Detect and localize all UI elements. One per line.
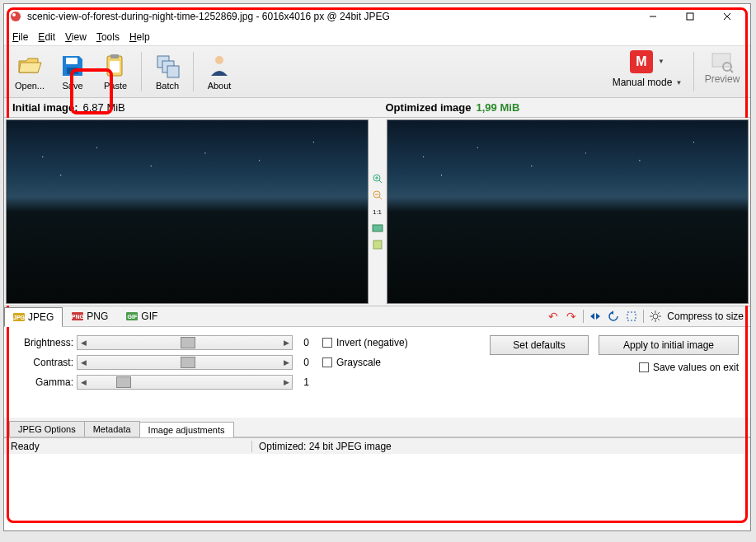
brightness-label: Brightness: <box>12 337 73 348</box>
compress-to-size-button[interactable]: Compress to size <box>667 311 744 322</box>
rotate-left-icon[interactable] <box>607 310 620 323</box>
status-ready: Ready <box>11 441 242 452</box>
initial-label: Initial image: <box>12 101 77 114</box>
statusbar: Ready Optimized: 24 bit JPEG image <box>4 437 750 454</box>
menu-help[interactable]: Help <box>124 30 155 44</box>
tab-metadata[interactable]: Metadata <box>84 421 140 437</box>
checkbox-group: Invert (negative) Grayscale <box>322 335 454 414</box>
invert-label: Invert (negative) <box>336 337 408 348</box>
tab-image-adjustments[interactable]: Image adjustments <box>139 422 234 437</box>
maximize-button[interactable] <box>671 5 708 28</box>
svg-rect-7 <box>67 68 78 74</box>
optimized-label: Optimized image <box>386 101 472 114</box>
svg-rect-6 <box>66 58 77 64</box>
svg-rect-15 <box>712 54 730 67</box>
mode-dropdown[interactable]: M ▼ Manual mode▼ <box>606 49 688 95</box>
app-window: scenic-view-of-forest-during-night-time-… <box>3 3 751 531</box>
svg-rect-3 <box>687 13 693 20</box>
gear-icon[interactable] <box>649 310 662 323</box>
zoom-out-icon[interactable] <box>372 189 383 201</box>
batch-icon <box>154 53 181 79</box>
tab-jpeg-options[interactable]: JPEG Options <box>9 421 85 437</box>
zoom-1to1-button[interactable]: 1:1 <box>372 206 383 217</box>
increase-icon[interactable]: ▶ <box>280 339 292 347</box>
menu-edit[interactable]: Edit <box>33 30 60 44</box>
paste-label: Paste <box>104 81 127 91</box>
tab-png[interactable]: PNGPNG <box>63 306 117 326</box>
flip-h-icon[interactable] <box>589 310 602 323</box>
batch-button[interactable]: Batch <box>147 49 188 95</box>
svg-line-19 <box>379 180 382 183</box>
window-title: scenic-view-of-forest-during-night-time-… <box>27 11 634 22</box>
fit-image-icon[interactable] <box>372 239 383 250</box>
save-button[interactable]: Save <box>52 49 93 95</box>
status-info: Optimized: 24 bit JPEG image <box>251 441 392 452</box>
optimized-header: Optimized image 1,99 MiB <box>378 101 751 114</box>
menu-tools[interactable]: Tools <box>92 30 124 44</box>
set-defaults-button[interactable]: Set defaults <box>490 335 589 355</box>
zoom-in-icon[interactable] <box>372 173 383 185</box>
crop-icon[interactable] <box>625 310 638 323</box>
gamma-value: 1 <box>296 376 309 388</box>
svg-point-14 <box>215 56 223 64</box>
separator <box>643 310 644 323</box>
decrease-icon[interactable]: ◀ <box>77 339 89 347</box>
menu-view[interactable]: View <box>60 30 92 44</box>
image-preview <box>7 120 368 303</box>
tab-jpeg[interactable]: JPGJPEG <box>4 307 63 327</box>
apply-button-group: Set defaults Apply to initial image Save… <box>467 335 742 414</box>
grayscale-checkbox[interactable]: Grayscale <box>322 357 454 368</box>
brightness-slider[interactable]: ◀ ▶ <box>77 335 293 350</box>
decrease-icon[interactable]: ◀ <box>77 358 89 367</box>
save-on-exit-checkbox[interactable]: Save values on exit <box>639 362 739 373</box>
slider-thumb[interactable] <box>116 376 131 388</box>
svg-line-17 <box>730 70 733 72</box>
decrease-icon[interactable]: ◀ <box>77 378 89 386</box>
brightness-value: 0 <box>296 337 309 348</box>
slider-thumb[interactable] <box>181 357 195 368</box>
close-button[interactable] <box>708 5 745 28</box>
size-header-row: Initial image: 6,87 MiB Optimized image … <box>4 98 750 118</box>
gamma-label: Gamma: <box>12 376 73 388</box>
menu-file[interactable]: File <box>7 30 33 44</box>
fit-window-icon[interactable] <box>372 222 383 234</box>
png-tab-label: PNG <box>87 311 108 322</box>
minimize-button[interactable] <box>634 5 671 28</box>
svg-rect-27 <box>627 312 636 320</box>
chevron-down-icon: ▼ <box>675 79 682 86</box>
contrast-value: 0 <box>296 357 309 368</box>
separator <box>583 310 584 323</box>
undo-icon[interactable]: ↶ <box>547 310 560 323</box>
increase-icon[interactable]: ▶ <box>280 378 292 386</box>
png-icon: PNG <box>72 312 83 320</box>
svg-line-34 <box>658 319 660 320</box>
svg-line-35 <box>651 319 653 320</box>
slider-thumb[interactable] <box>181 337 195 348</box>
gamma-row: Gamma: ◀ ▶ 1 <box>12 375 309 390</box>
svg-line-23 <box>379 197 382 199</box>
chevron-down-icon: ▼ <box>658 58 664 65</box>
contrast-slider[interactable]: ◀ ▶ <box>77 355 293 370</box>
folder-open-icon <box>16 53 43 79</box>
contrast-row: Contrast: ◀ ▶ 0 <box>12 355 309 370</box>
preview-area: 1:1 <box>4 118 750 306</box>
increase-icon[interactable]: ▶ <box>280 358 292 367</box>
jpeg-icon: JPG <box>13 313 25 321</box>
optimized-image-pane[interactable] <box>387 119 749 304</box>
invert-checkbox[interactable]: Invert (negative) <box>322 337 454 348</box>
about-button[interactable]: About <box>199 49 240 95</box>
initial-image-pane[interactable] <box>6 119 369 304</box>
separator <box>193 52 194 91</box>
brightness-row: Brightness: ◀ ▶ 0 <box>12 335 309 350</box>
paste-button[interactable]: Paste <box>95 49 136 95</box>
optimized-size: 1,99 MiB <box>477 101 520 114</box>
redo-icon[interactable]: ↷ <box>565 310 578 323</box>
tab-gif[interactable]: GIFGIF <box>117 306 167 326</box>
svg-rect-9 <box>110 54 119 58</box>
apply-button[interactable]: Apply to initial image <box>599 335 739 355</box>
open-label: Open... <box>15 81 45 91</box>
gamma-slider[interactable]: ◀ ▶ <box>77 375 293 390</box>
open-button[interactable]: Open... <box>9 49 50 95</box>
titlebar: scenic-view-of-forest-during-night-time-… <box>4 4 750 29</box>
magnifier-icon <box>711 50 734 73</box>
